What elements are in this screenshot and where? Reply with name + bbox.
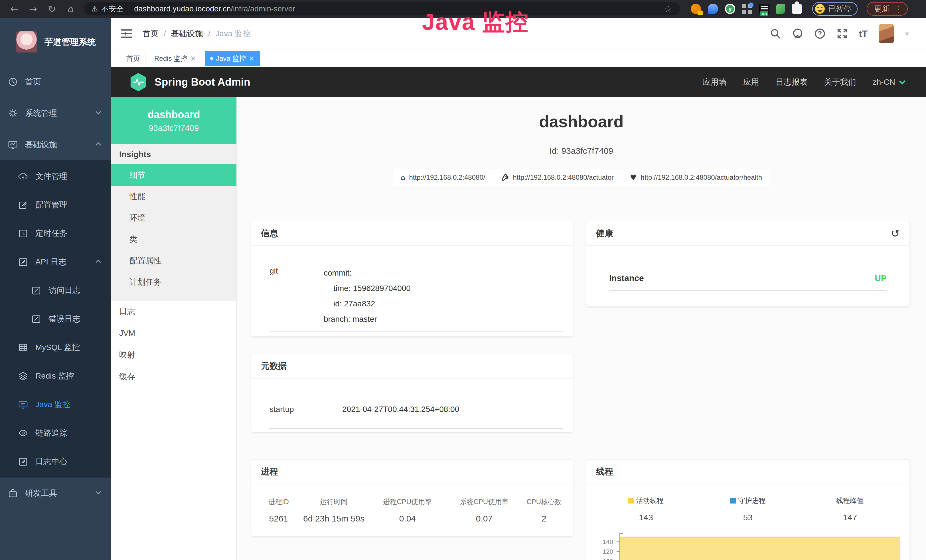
github-icon[interactable] [792, 28, 803, 39]
sidebar-item-mysql-monitor[interactable]: MySQL 监控 [0, 333, 111, 362]
extension-leaf-icon[interactable] [776, 4, 785, 14]
hamburger-icon[interactable] [121, 29, 132, 38]
avatar-caret-icon[interactable]: ▾ [905, 29, 909, 38]
font-size-icon[interactable]: tT [859, 29, 867, 39]
sba-nav-wallboard[interactable]: 应用墙 [703, 77, 727, 88]
sidebar-item-label: 错误日志 [48, 313, 80, 324]
y-axis-tick: 120 [595, 548, 613, 555]
extensions-puzzle-icon[interactable] [792, 4, 802, 14]
log-edit-icon [31, 314, 41, 324]
threads-legend: 活动线程 守护进程 线程峰值 [595, 496, 901, 505]
actuator-url-button[interactable]: http://192.168.0.2:48080/actuator [493, 169, 622, 186]
browser-forward-icon[interactable]: → [25, 3, 41, 15]
sidebar-item-java-monitor[interactable]: Java 监控 [0, 390, 111, 419]
metadata-row-label: startup [269, 405, 342, 414]
annotation-java-monitor: Java 监控 [422, 7, 529, 38]
health-status-badge: UP [875, 273, 887, 283]
sba-nav-about[interactable]: 关于我们 [824, 77, 856, 88]
sba-nav-applications[interactable]: 应用 [743, 77, 759, 88]
search-icon[interactable] [770, 28, 781, 39]
tab-home[interactable]: 首页 [121, 51, 145, 66]
extension-orange-icon[interactable] [691, 4, 701, 14]
breadcrumb-separator: / [164, 29, 166, 38]
sba-nav-journal[interactable]: 日志报表 [776, 77, 808, 88]
menu-item-logs[interactable]: 日志 [111, 301, 236, 322]
browser-home-icon[interactable]: ⌂ [63, 3, 79, 15]
browser-reload-icon[interactable]: ↻ [44, 3, 60, 15]
health-url-button[interactable]: ♥ http://192.168.0.2:48080/actuator/heal… [622, 169, 770, 186]
sidebar-item-redis-monitor[interactable]: Redis 监控 [0, 362, 111, 390]
bookmark-star-icon[interactable]: ☆ [664, 3, 672, 14]
browser-update-button[interactable]: 更新 ⋮ [867, 2, 908, 16]
threads-area-chart: 140 120 100 [595, 532, 901, 560]
menu-item-scheduled-tasks[interactable]: 计划任务 [111, 271, 236, 293]
sidebar-item-api-logs[interactable]: API 日志 [0, 248, 111, 276]
browser-back-icon[interactable]: ← [6, 3, 22, 15]
help-icon[interactable] [814, 28, 825, 39]
insecure-warning-icon[interactable]: ⚠ [91, 5, 98, 13]
menu-item-jvm[interactable]: JVM [111, 322, 236, 344]
spring-boot-admin-logo[interactable] [130, 73, 147, 92]
sidebar-item-dev-tools[interactable]: 研发工具 [0, 478, 111, 509]
extension-grid-icon[interactable] [742, 4, 752, 14]
sidebar-item-config-management[interactable]: 配置管理 [0, 191, 111, 219]
menu-item-mappings[interactable]: 映射 [111, 344, 236, 366]
health-instance-row[interactable]: Instance UP [609, 273, 887, 283]
sba-locale-select[interactable]: zh-CN [873, 77, 906, 87]
extension-badge [698, 11, 703, 15]
header-actions: tT ▾ [770, 24, 909, 43]
user-avatar[interactable] [879, 24, 894, 43]
sba-header: Spring Boot Admin 应用墙 应用 日志报表 关于我们 zh-CN [111, 67, 926, 97]
address-bar[interactable]: ⚠ 不安全 dashboard.yudao.iocoder.cn /infra/… [84, 2, 680, 15]
git-branch-line: branch: master [324, 312, 411, 327]
sidebar-item-label: MySQL 监控 [35, 342, 80, 353]
menu-item-metrics[interactable]: 性能 [111, 186, 236, 207]
sidebar-item-tracing[interactable]: 链路追踪 [0, 419, 111, 447]
sidebar-item-label: 文件管理 [35, 171, 67, 182]
service-url: http://192.168.0.2:48080/ [409, 173, 486, 182]
sidebar-item-file-management[interactable]: 文件管理 [0, 162, 111, 191]
security-label: 不安全 [101, 4, 124, 14]
menu-item-classes[interactable]: 类 [111, 229, 236, 250]
sidebar-item-label: 基础设施 [25, 139, 57, 150]
process-card: 进程 进程ID 运行时间 进程CPU使用率 系统CPU使用率 CPU核心数 52… [251, 459, 573, 536]
menu-item-environment[interactable]: 环境 [111, 207, 236, 229]
tab-redis-monitor[interactable]: Redis 监控 × [149, 51, 201, 66]
sidebar-item-home[interactable]: 首页 [0, 66, 111, 98]
sidebar-item-system[interactable]: 系统管理 [0, 98, 111, 129]
sidebar-item-scheduled-jobs[interactable]: 定时任务 [0, 219, 111, 248]
tab-close-icon[interactable]: × [190, 54, 196, 62]
extension-y-icon[interactable]: y [725, 4, 735, 14]
legend-daemon-threads: 守护进程 [697, 496, 799, 505]
process-table-values: 5261 6d 23h 15m 59s 0.04 0.07 2 [259, 506, 566, 524]
health-row-label: Instance [609, 273, 644, 283]
y-axis-tickmark [617, 551, 619, 552]
extension-pin-icon[interactable] [708, 4, 718, 14]
extension-list-icon[interactable]: on [759, 4, 769, 14]
menu-item-config-props[interactable]: 配置属性 [111, 250, 236, 271]
browser-menu-kebab-icon[interactable]: ⋮ [894, 4, 903, 14]
sidebar-item-error-logs[interactable]: 错误日志 [0, 305, 111, 333]
sidebar-item-label: 配置管理 [35, 200, 67, 210]
menu-item-caches[interactable]: 缓存 [111, 366, 236, 387]
sidebar-item-infrastructure[interactable]: 基础设施 [0, 129, 111, 160]
profile-paused-button[interactable]: 已暂停 [812, 2, 858, 16]
tab-close-icon[interactable]: × [249, 54, 255, 62]
sba-brand-title[interactable]: Spring Boot Admin [154, 76, 250, 88]
legend-label: 活动线程 [636, 496, 664, 505]
app-logo-row[interactable]: 芋道管理系统 [0, 18, 111, 66]
history-icon[interactable]: ↺ [891, 227, 900, 240]
column-header: 进程CPU使用率 [369, 497, 446, 506]
breadcrumb-home[interactable]: 首页 [142, 28, 159, 39]
service-url-button[interactable]: ⌂ http://192.168.0.2:48080/ [392, 169, 493, 186]
fullscreen-icon[interactable] [837, 28, 847, 39]
tab-java-monitor[interactable]: Java 监控 × [205, 51, 260, 66]
sidebar-item-log-center[interactable]: 日志中心 [0, 447, 111, 476]
metadata-row-value: 2021-04-27T00:44:31.254+08:00 [342, 405, 459, 414]
git-id-line: id: 27aa832 [324, 296, 411, 312]
sidebar-item-access-logs[interactable]: 访问日志 [0, 276, 111, 305]
menu-item-details[interactable]: 细节 [111, 164, 236, 186]
process-card-title: 进程 [261, 466, 278, 478]
breadcrumb-infrastructure[interactable]: 基础设施 [171, 28, 203, 39]
instance-header[interactable]: dashboard 93a3fc7f7409 [111, 97, 236, 144]
